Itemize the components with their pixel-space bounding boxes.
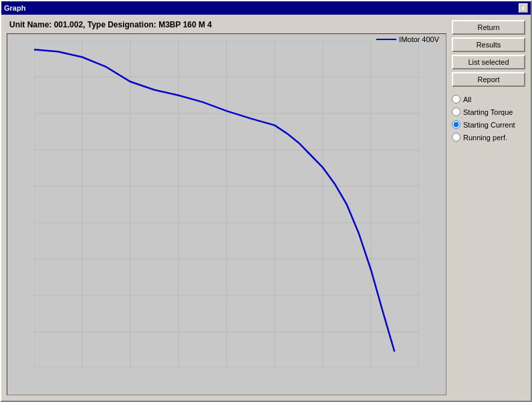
- radio-running-perf-label: Running perf.: [463, 134, 507, 142]
- radio-all-label: All: [463, 95, 471, 104]
- radio-starting-torque-input[interactable]: [452, 108, 460, 116]
- radio-starting-current-label: Starting Current: [463, 121, 515, 129]
- radio-running-perf-input[interactable]: [452, 133, 460, 142]
- title-bar: Graph ×: [1, 1, 531, 15]
- radio-all[interactable]: All: [452, 95, 525, 104]
- chart-svg: 8 7 6 5 4 3 2 1 0 0 200 400 600 800 1000: [34, 41, 419, 368]
- list-selected-button[interactable]: List selected: [452, 55, 525, 69]
- legend-line-icon: [376, 39, 396, 40]
- radio-starting-torque[interactable]: Starting Torque: [452, 108, 525, 116]
- chart-area: Unit Name: 001.002, Type Designation: M3…: [7, 20, 446, 395]
- results-button[interactable]: Results: [452, 37, 525, 52]
- radio-starting-current-input[interactable]: [452, 120, 460, 129]
- main-window: Graph × Unit Name: 001.002, Type Designa…: [0, 0, 532, 402]
- close-button[interactable]: ×: [519, 3, 528, 13]
- sidebar: Return Results List selected Report All …: [452, 20, 525, 395]
- radio-group: All Starting Torque Starting Current Run…: [452, 95, 525, 142]
- title-bar-buttons: ×: [519, 3, 528, 13]
- content-area: Unit Name: 001.002, Type Designation: M3…: [1, 15, 531, 401]
- radio-all-input[interactable]: [452, 95, 460, 104]
- radio-running-perf[interactable]: Running perf.: [452, 133, 525, 142]
- legend: IMotor 400V: [376, 35, 439, 43]
- legend-label: IMotor 400V: [399, 35, 439, 43]
- return-button[interactable]: Return: [452, 20, 525, 35]
- chart-container: IMotor 400V: [7, 33, 446, 395]
- radio-starting-torque-label: Starting Torque: [463, 108, 513, 116]
- unit-label: Unit Name: 001.002, Type Designation: M3…: [7, 20, 446, 29]
- window-title: Graph: [4, 4, 25, 12]
- report-button[interactable]: Report: [452, 72, 525, 87]
- radio-starting-current[interactable]: Starting Current: [452, 120, 525, 129]
